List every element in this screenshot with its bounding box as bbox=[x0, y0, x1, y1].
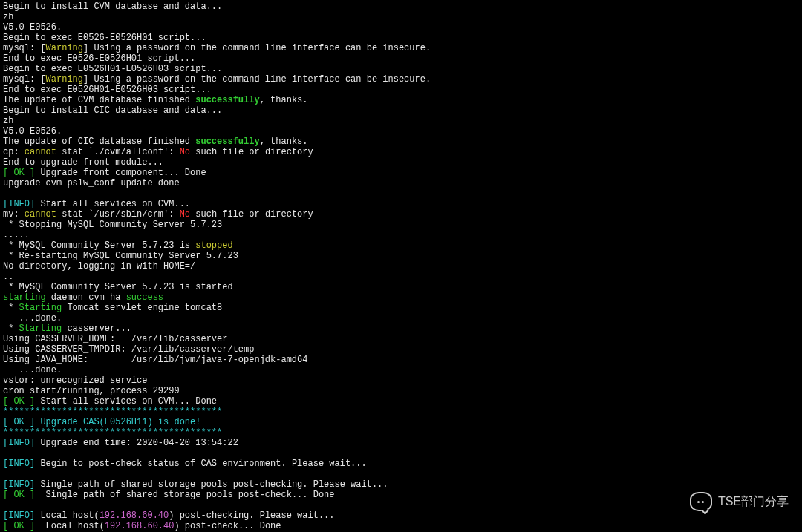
terminal-line: ...done. bbox=[3, 313, 799, 324]
terminal-line: mv: cannot stat `/usr/sbin/crm': No such… bbox=[3, 209, 799, 220]
terminal-line: * MySQL Community Server 5.7.23 is stopp… bbox=[3, 240, 799, 251]
terminal-line: [INFO] Upgrade end time: 2020-04-20 13:5… bbox=[3, 438, 799, 448]
terminal-line: Using JAVA_HOME: /usr/lib/jvm/java-7-ope… bbox=[3, 355, 799, 365]
terminal-line: Using CASSERVER_TMPDIR: /var/lib/casserv… bbox=[3, 344, 799, 355]
terminal-line bbox=[3, 500, 799, 510]
terminal-line: [INFO] Begin to post-check status of CAS… bbox=[3, 459, 799, 469]
terminal-line: Begin to install CVM database and data..… bbox=[3, 1, 799, 12]
terminal-line bbox=[3, 469, 799, 479]
terminal-line: vstor: unrecognized service bbox=[3, 375, 799, 386]
terminal-line: mysql: [Warning] Using a password on the… bbox=[3, 74, 799, 85]
terminal-line: ****************************************… bbox=[3, 427, 799, 438]
terminal-line: mysql: [Warning] Using a password on the… bbox=[3, 43, 799, 53]
terminal-line: zh bbox=[3, 116, 799, 126]
terminal-line: starting daemon cvm_ha success bbox=[3, 292, 799, 303]
terminal-line: [ OK ] Upgrade CAS(E0526H11) is done! bbox=[3, 417, 799, 427]
terminal-line: * Starting Tomcat servlet engine tomcat8 bbox=[3, 303, 799, 313]
terminal-line: [INFO] Local host(192.168.60.40) post-ch… bbox=[3, 510, 799, 521]
terminal-line: Begin to exec E0526-E0526H01 script... bbox=[3, 33, 799, 43]
terminal-line: [INFO] Single path of shared storage poo… bbox=[3, 479, 799, 490]
terminal-line: * Starting casserver... bbox=[3, 324, 799, 334]
terminal-line: * MySQL Community Server 5.7.23 is start… bbox=[3, 282, 799, 292]
terminal-line: [ OK ] Single path of shared storage poo… bbox=[3, 490, 799, 500]
terminal-output[interactable]: Begin to install CVM database and data..… bbox=[0, 0, 802, 532]
terminal-line: The update of CVM database finished succ… bbox=[3, 95, 799, 105]
terminal-line: Begin to exec E0526H01-E0526H03 script..… bbox=[3, 64, 799, 74]
terminal-line: ****************************************… bbox=[3, 407, 799, 417]
terminal-line: ...done. bbox=[3, 365, 799, 375]
terminal-line: V5.0 E0526. bbox=[3, 22, 799, 33]
terminal-line: End to exec E0526-E0526H01 script... bbox=[3, 53, 799, 64]
terminal-line: .. bbox=[3, 272, 799, 282]
terminal-line: V5.0 E0526. bbox=[3, 126, 799, 137]
terminal-line: End to upgrade front module... bbox=[3, 157, 799, 168]
terminal-line: [ OK ] Upgrade front component... Done bbox=[3, 168, 799, 178]
terminal-line: cron start/running, process 29299 bbox=[3, 386, 799, 396]
terminal-line: cp: cannot stat `./cvm/allconf': No such… bbox=[3, 147, 799, 157]
terminal-line bbox=[3, 188, 799, 199]
terminal-line: * Stopping MySQL Community Server 5.7.23 bbox=[3, 220, 799, 230]
terminal-line: Begin to install CIC database and data..… bbox=[3, 105, 799, 116]
terminal-line: [INFO] Start all services on CVM... bbox=[3, 199, 799, 209]
terminal-line: upgrade cvm pslw_conf update done bbox=[3, 178, 799, 188]
terminal-line: [ OK ] Start all services on CVM... Done bbox=[3, 396, 799, 407]
terminal-line bbox=[3, 448, 799, 459]
terminal-line: No directory, logging in with HOME=/ bbox=[3, 261, 799, 272]
terminal-line: ..... bbox=[3, 230, 799, 240]
terminal-line: * Re-starting MySQL Community Server 5.7… bbox=[3, 251, 799, 261]
terminal-line: [ OK ] Local host(192.168.60.40) post-ch… bbox=[3, 521, 799, 531]
terminal-line: The update of CIC database finished succ… bbox=[3, 137, 799, 147]
terminal-line: End to exec E0526H01-E0526H03 script... bbox=[3, 85, 799, 95]
terminal-line: Using CASSERVER_HOME: /var/lib/casserver bbox=[3, 334, 799, 344]
terminal-line: zh bbox=[3, 12, 799, 22]
